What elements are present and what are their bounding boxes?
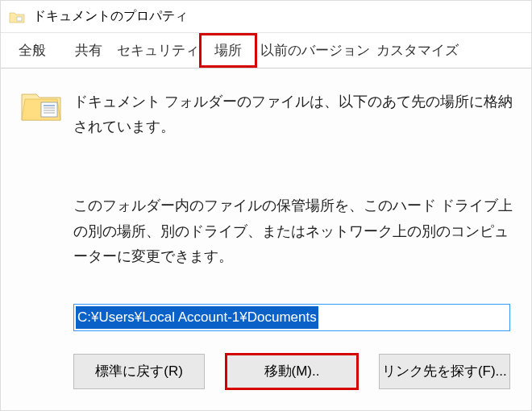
intro-row: ドキュメント フォルダーのファイルは、以下のあて先の場所に格納されています。 — [20, 88, 515, 139]
window-title: ドキュメントのプロパティ — [33, 8, 188, 25]
titlebar: ドキュメントのプロパティ — [1, 1, 531, 33]
tab-general[interactable]: 全般 — [4, 33, 60, 68]
intro-text: ドキュメント フォルダーのファイルは、以下のあて先の場所に格納されています。 — [73, 88, 515, 139]
button-row: 標準に戻す(R) 移動(M).. リンク先を探す(F)... — [73, 354, 510, 389]
folder-icon-small — [9, 9, 25, 25]
restore-default-button[interactable]: 標準に戻す(R) — [73, 354, 205, 389]
tabstrip: 全般 共有 セキュリティ 場所 以前のバージョン カスタマイズ — [1, 33, 531, 68]
path-input-wrap: C:¥Users¥Local Account-1¥Documents — [73, 304, 510, 331]
description-text: このフォルダー内のファイルの保管場所を、このハード ドライブ上の別の場所、別のド… — [73, 193, 515, 270]
svg-rect-0 — [17, 17, 22, 21]
move-button[interactable]: 移動(M).. — [226, 354, 357, 389]
path-value-selected: C:¥Users¥Local Account-1¥Documents — [76, 306, 318, 329]
path-input[interactable]: C:¥Users¥Local Account-1¥Documents — [73, 304, 510, 331]
tab-previous-versions[interactable]: 以前のバージョン — [257, 33, 373, 68]
find-target-button[interactable]: リンク先を探す(F)... — [379, 354, 510, 389]
svg-rect-1 — [41, 102, 57, 117]
tab-content-location: ドキュメント フォルダーのファイルは、以下のあて先の場所に格納されています。 こ… — [1, 68, 531, 389]
tab-customize[interactable]: カスタマイズ — [373, 33, 462, 68]
tab-sharing[interactable]: 共有 — [60, 33, 117, 68]
documents-folder-icon — [20, 88, 62, 123]
properties-window: ドキュメントのプロパティ 全般 共有 セキュリティ 場所 以前のバージョン カス… — [0, 0, 532, 411]
tab-security[interactable]: セキュリティ — [117, 33, 199, 68]
tab-location[interactable]: 場所 — [199, 33, 257, 68]
